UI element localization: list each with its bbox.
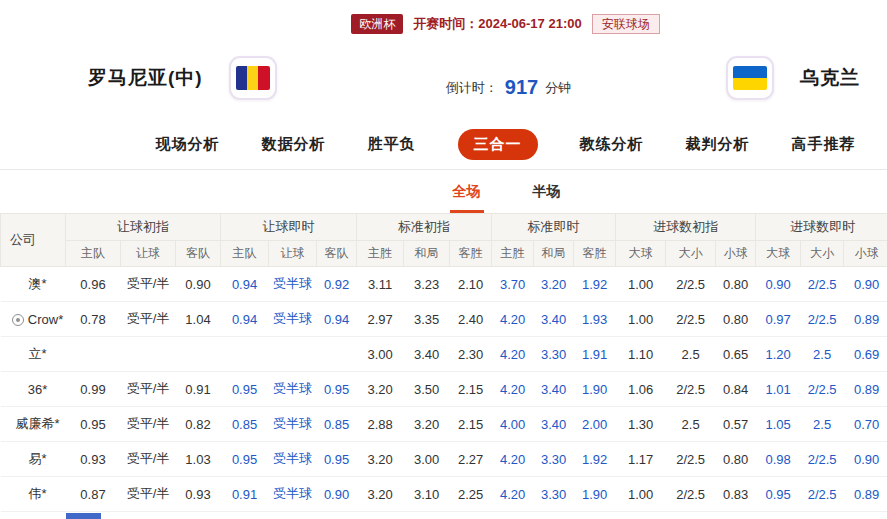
odds-cell[interactable]: 0.95 [221,372,269,407]
odds-cell[interactable]: 受半球 [269,372,317,407]
odds-cell[interactable]: 1.05 [756,407,801,442]
odds-cell[interactable]: 0.95 [317,372,357,407]
odds-cell[interactable]: 1.92 [574,267,616,302]
odds-cell[interactable]: 1.90 [574,477,616,512]
odds-cell: 0.57 [716,407,756,442]
odds-cell[interactable]: 1.92 [574,442,616,477]
group-header-handicap-live: 让球即时 [221,214,357,241]
odds-cell[interactable]: 2/2.5 [801,372,844,407]
odds-cell[interactable]: 0.89 [844,372,887,407]
company-name: 易* [1,442,66,477]
odds-table: 公司让球初指让球即时标准初指标准即时进球数初指进球数即时主队让球客队主队让球客队… [0,213,887,512]
company-name: 威廉希* [1,407,66,442]
odds-cell: 2.88 [357,407,404,442]
sub-column-header: 和局 [404,241,450,267]
tab-data-analysis[interactable]: 数据分析 [262,135,326,154]
odds-cell[interactable]: 0.92 [317,267,357,302]
odds-cell: 3.20 [357,372,404,407]
odds-cell[interactable]: 2.5 [801,407,844,442]
odds-cell[interactable]: 受半球 [269,407,317,442]
odds-cell[interactable]: 3.40 [534,407,574,442]
odds-cell[interactable]: 0.91 [221,477,269,512]
next-row-partial [66,513,101,519]
odds-cell[interactable]: 2/2.5 [801,442,844,477]
odds-cell[interactable]: 0.90 [844,267,887,302]
odds-cell: 3.00 [404,442,450,477]
odds-cell[interactable]: 2/2.5 [801,267,844,302]
odds-cell[interactable]: 0.95 [756,477,801,512]
odds-cell [221,337,269,372]
odds-cell[interactable]: 2/2.5 [801,477,844,512]
odds-cell[interactable]: 受半球 [269,302,317,337]
odds-cell[interactable]: 1.01 [756,372,801,407]
tab-win-draw-loss[interactable]: 胜平负 [368,135,416,154]
odds-cell: 3.50 [404,372,450,407]
odds-cell[interactable]: 4.20 [492,302,534,337]
tab-coach-analysis[interactable]: 教练分析 [580,135,644,154]
odds-cell[interactable]: 0.95 [317,442,357,477]
odds-cell[interactable]: 0.94 [221,302,269,337]
odds-cell: 2.10 [450,267,492,302]
odds-cell[interactable]: 0.89 [844,477,887,512]
subtab-full-match[interactable]: 全场 [450,170,484,213]
odds-cell: 1.06 [616,372,666,407]
odds-cell[interactable]: 受半球 [269,477,317,512]
sub-column-header: 大小 [666,241,716,267]
odds-cell[interactable]: 0.97 [756,302,801,337]
odds-cell[interactable]: 0.95 [221,442,269,477]
company-name: Crow* [1,302,66,337]
odds-cell[interactable]: 0.90 [844,442,887,477]
odds-cell [269,337,317,372]
tab-referee-analysis[interactable]: 裁判分析 [686,135,750,154]
odds-cell[interactable]: 1.90 [574,372,616,407]
odds-cell[interactable]: 0.70 [844,407,887,442]
odds-cell[interactable]: 3.30 [534,337,574,372]
odds-row: Crow*0.78受平/半1.040.94受半球0.942.973.352.40… [1,302,887,337]
odds-cell[interactable]: 1.91 [574,337,616,372]
league-badge: 欧洲杯 [351,14,403,34]
odds-cell[interactable]: 2.5 [801,337,844,372]
odds-cell[interactable]: 0.85 [221,407,269,442]
odds-cell[interactable]: 1.93 [574,302,616,337]
subtab-half-match[interactable]: 半场 [530,170,564,213]
odds-cell: 0.87 [66,477,121,512]
odds-cell[interactable]: 3.20 [534,267,574,302]
odds-cell[interactable]: 0.90 [317,477,357,512]
odds-cell[interactable]: 0.94 [221,267,269,302]
odds-cell[interactable]: 3.30 [534,442,574,477]
odds-cell[interactable]: 3.70 [492,267,534,302]
odds-cell[interactable]: 4.20 [492,442,534,477]
company-name: 立* [1,337,66,372]
odds-cell[interactable]: 4.00 [492,407,534,442]
odds-cell[interactable]: 0.94 [317,302,357,337]
odds-cell[interactable]: 4.20 [492,372,534,407]
sub-column-header: 客胜 [574,241,616,267]
odds-cell: 2.15 [450,407,492,442]
tab-three-in-one[interactable]: 三合一 [458,129,538,160]
odds-cell[interactable]: 3.40 [534,372,574,407]
odds-cell[interactable]: 0.85 [317,407,357,442]
odds-cell: 1.00 [616,477,666,512]
odds-cell[interactable]: 4.20 [492,477,534,512]
odds-cell[interactable]: 3.40 [534,302,574,337]
odds-cell: 3.40 [404,337,450,372]
odds-cell[interactable]: 1.20 [756,337,801,372]
odds-cell[interactable]: 0.98 [756,442,801,477]
odds-cell: 0.93 [66,442,121,477]
odds-cell[interactable]: 0.69 [844,337,887,372]
odds-cell[interactable]: 0.90 [756,267,801,302]
odds-cell[interactable]: 2/2.5 [801,302,844,337]
teams-header: 罗马尼亚(中) 倒计时：917分钟 乌克兰 [0,36,887,120]
group-header-1x2-live: 标准即时 [492,214,616,241]
odds-cell[interactable]: 4.20 [492,337,534,372]
odds-cell[interactable]: 2.00 [574,407,616,442]
odds-cell[interactable]: 0.89 [844,302,887,337]
odds-cell[interactable]: 3.30 [534,477,574,512]
group-header-goals-initial: 进球数初指 [616,214,756,241]
odds-cell: 0.80 [716,267,756,302]
odds-cell[interactable]: 受半球 [269,267,317,302]
tab-live-analysis[interactable]: 现场分析 [156,135,220,154]
odds-cell[interactable]: 受半球 [269,442,317,477]
away-team-name: 乌克兰 [800,65,860,91]
tab-expert-picks[interactable]: 高手推荐 [792,135,856,154]
